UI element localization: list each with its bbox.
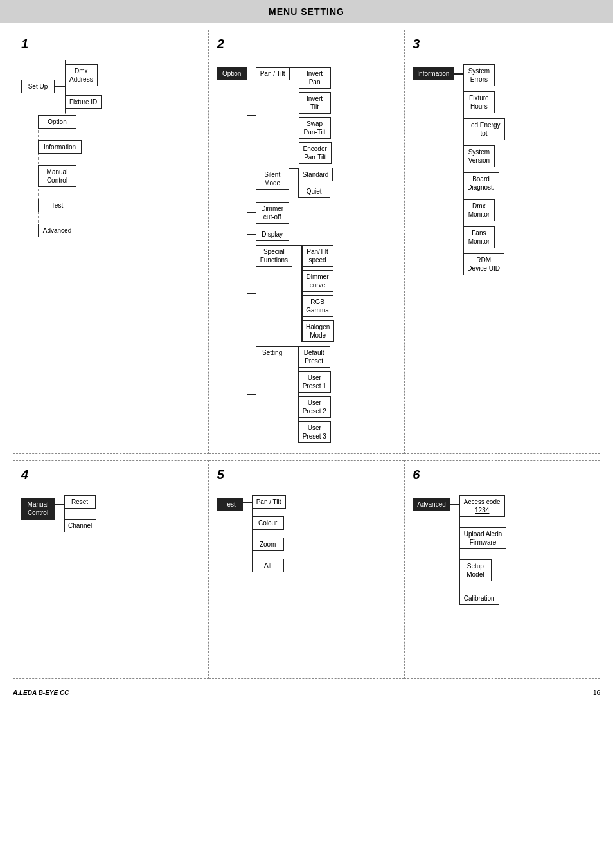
panel-6-number: 6: [413, 467, 592, 482]
p2-setting: Setting: [256, 346, 289, 359]
p3-fans-monitor: FansMonitor: [463, 226, 495, 248]
p3-system-errors: SystemErrors: [463, 64, 495, 86]
p6-access-code: Access code1234: [459, 495, 505, 517]
p1-setup: Set Up: [21, 80, 55, 93]
p2-silent-mode: SilentMode: [256, 168, 289, 190]
panel-2: 2 Option Pan / Tilt: [209, 30, 405, 454]
panel-3: 3 Information SystemErrors FixtureHours …: [404, 30, 600, 454]
p2-invert-pan: InvertPan: [299, 67, 331, 89]
p2-invert-tilt: InvertTilt: [299, 92, 331, 114]
p1-option: Option: [38, 115, 76, 129]
p4-manual-control: ManualControl: [21, 498, 55, 520]
p1-advanced: Advanced: [38, 224, 76, 237]
p2-display: Display: [256, 228, 289, 241]
p2-encoder-pan-tilt: EncoderPan-Tilt: [299, 142, 332, 164]
p2-user-preset-2: UserPreset 2: [298, 396, 331, 418]
p5-pan-tilt: Pan / Tilt: [252, 495, 286, 509]
p5-zoom: Zoom: [252, 538, 284, 551]
page-footer: A.LEDA B-EYE CC 16: [0, 685, 613, 700]
p4-channel: Channel: [64, 519, 96, 532]
p3-system-version: SystemVersion: [463, 145, 495, 167]
panel-2-number: 2: [217, 37, 396, 51]
panel-6: 6 Advanced Access code1234 Upload AledaF…: [404, 460, 600, 679]
footer-page: 16: [593, 689, 600, 696]
p1-dmx-address: DmxAddress: [65, 64, 98, 86]
panel-1-number: 1: [21, 37, 200, 51]
p6-upload-aleda: Upload AledaFirmware: [459, 527, 507, 549]
p5-colour: Colour: [252, 516, 284, 530]
panel-4-number: 4: [21, 467, 200, 482]
panel-4: 4 ManualControl Reset Channel: [13, 460, 209, 679]
p6-setup-model: SetupModel: [459, 559, 492, 581]
p2-dimmer-cutoff: Dimmercut-off: [256, 202, 289, 224]
p1-manual-control: ManualControl: [38, 165, 76, 187]
p2-pan-tilt: Pan / Tilt: [256, 67, 290, 80]
p2-special-functions: SpecialFunctions: [256, 245, 292, 267]
p5-test: Test: [217, 498, 243, 511]
p3-dmx-monitor: DmxMonitor: [463, 199, 495, 221]
panel-5: 5 Test Pan / Tilt Colour Zoom All: [209, 460, 405, 679]
p2-rgb-gamma: RGBGamma: [301, 295, 333, 317]
p2-pantilt-speed: Pan/Tiltspeed: [301, 245, 333, 267]
panel-5-number: 5: [217, 467, 396, 482]
p5-all: All: [252, 559, 284, 572]
p3-fixture-hours: FixtureHours: [463, 91, 495, 113]
p4-reset: Reset: [64, 495, 96, 509]
p3-board-diagnost: BoardDiagnost.: [463, 172, 499, 194]
p2-option: Option: [217, 67, 247, 80]
p6-calibration: Calibration: [459, 592, 499, 605]
p2-swap-pan-tilt: SwapPan-Tilt: [299, 117, 331, 139]
p2-quiet: Quiet: [298, 185, 330, 198]
p2-halogen-mode: HalogenMode: [301, 320, 334, 342]
footer-brand: A.LEDA B-EYE CC: [13, 689, 69, 696]
page-header: MENU SETTING: [0, 0, 613, 23]
panel-1: 1 Set Up DmxAddress Fixture ID: [13, 30, 209, 454]
p2-user-preset-3: UserPreset 3: [298, 421, 331, 443]
p2-dimmer-curve: Dimmercurve: [301, 270, 333, 292]
header-title: MENU SETTING: [269, 6, 344, 17]
p2-standard: Standard: [298, 168, 333, 181]
p2-default-preset: DefaultPreset: [298, 346, 330, 368]
p3-led-energy: Led Energytot: [463, 118, 504, 140]
p2-user-preset-1: UserPreset 1: [298, 371, 331, 393]
p1-information: Information: [38, 140, 82, 154]
p1-test: Test: [38, 199, 76, 212]
p3-rdm-device-uid: RDMDevice UID: [463, 253, 504, 275]
p3-information: Information: [413, 67, 454, 80]
p1-fixture-id: Fixture ID: [65, 95, 102, 109]
panel-3-number: 3: [413, 37, 592, 51]
p6-advanced: Advanced: [413, 498, 450, 511]
